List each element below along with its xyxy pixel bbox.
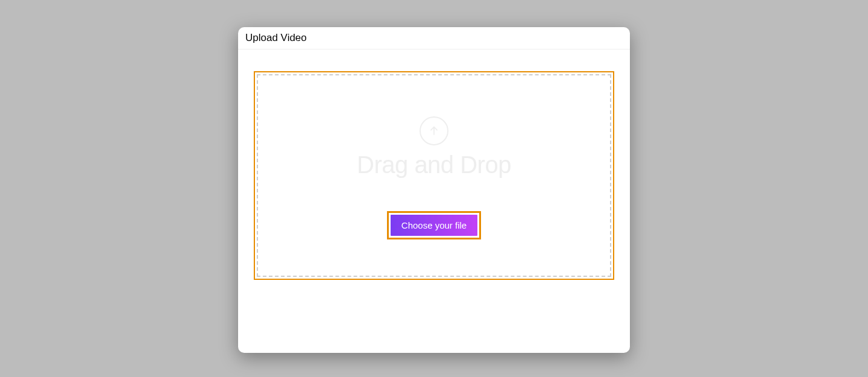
- dropzone[interactable]: Drag and Drop Choose your file: [257, 74, 611, 277]
- dialog-body: Drag and Drop Choose your file: [238, 49, 630, 302]
- dropzone-highlight: Drag and Drop Choose your file: [254, 71, 614, 280]
- dialog-title: Upload Video: [238, 27, 630, 49]
- choose-file-button[interactable]: Choose your file: [391, 215, 477, 236]
- upload-arrow-icon: [420, 116, 448, 145]
- dropzone-label: Drag and Drop: [357, 151, 511, 179]
- upload-dialog: Upload Video Drag and Drop Choose your f…: [238, 27, 630, 353]
- choose-file-highlight: Choose your file: [387, 211, 481, 239]
